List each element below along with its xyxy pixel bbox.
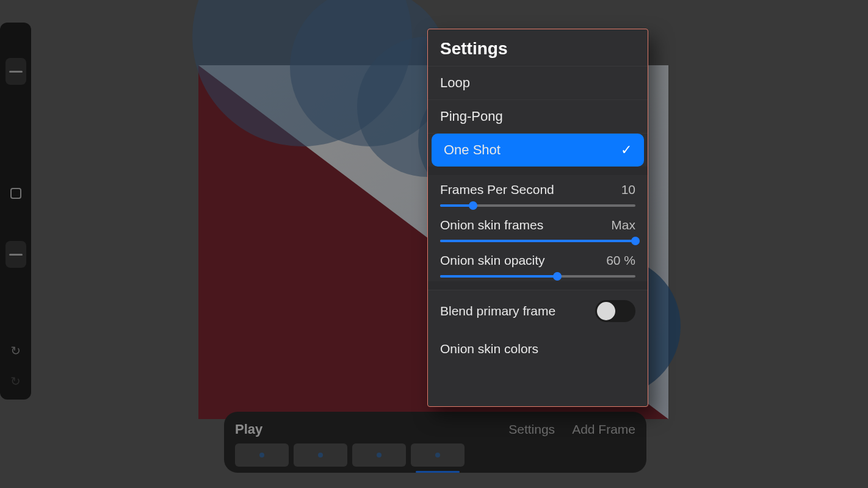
frame-thumb[interactable] (294, 443, 347, 467)
redo-button[interactable]: ↻ (5, 368, 26, 395)
undo-button[interactable]: ↺ (5, 337, 26, 364)
tool-button[interactable] (5, 88, 26, 115)
play-button[interactable]: Play (235, 422, 262, 437)
side-toolbar: ↺ ↻ (0, 23, 31, 400)
tool-button[interactable] (5, 27, 26, 54)
fps-value: 10 (621, 182, 635, 197)
onion-opacity-value: 60 % (606, 253, 635, 268)
blend-primary-frame-label: Blend primary frame (440, 304, 555, 318)
toggle-knob (597, 302, 615, 320)
onion-skin-colors-row[interactable]: Onion skin colors (428, 332, 648, 368)
tool-button-line[interactable] (5, 241, 26, 268)
option-label: Loop (440, 75, 470, 91)
timeline-panel: Play Settings Add Frame (224, 412, 646, 473)
onion-frames-label: Onion skin frames (440, 218, 543, 232)
blend-primary-frame-row: Blend primary frame (428, 290, 648, 332)
tool-button[interactable] (5, 149, 26, 176)
blend-primary-frame-toggle[interactable] (595, 300, 635, 322)
onion-opacity-label: Onion skin opacity (440, 253, 545, 268)
option-one-shot[interactable]: One Shot ✓ (432, 134, 644, 167)
settings-title: Settings (440, 39, 635, 59)
fps-label: Frames Per Second (440, 182, 554, 197)
settings-header: Settings (428, 29, 648, 66)
line-icon (9, 254, 23, 256)
frame-thumb-active[interactable] (411, 443, 465, 467)
onion-opacity-slider[interactable] (440, 275, 635, 278)
frames-row (235, 443, 635, 467)
animation-settings-panel: Settings Loop Ping-Pong One Shot ✓ Frame… (427, 29, 648, 407)
playback-mode-list: Loop Ping-Pong One Shot ✓ (428, 66, 648, 167)
tool-button-shape[interactable] (5, 180, 26, 207)
tool-button[interactable] (5, 210, 26, 237)
redo-icon: ↻ (10, 374, 21, 389)
frame-thumb[interactable] (235, 443, 289, 467)
tool-button[interactable] (5, 58, 26, 85)
undo-icon: ↺ (10, 343, 21, 358)
onion-skin-colors-label: Onion skin colors (440, 342, 538, 356)
frame-thumb[interactable] (352, 443, 406, 467)
brush-icon (9, 71, 23, 73)
onion-frames-slider[interactable] (440, 240, 635, 242)
onion-opacity-row: Onion skin opacity 60 % (428, 246, 648, 281)
tool-button[interactable] (5, 119, 26, 146)
square-icon (10, 188, 21, 199)
fps-row: Frames Per Second 10 (428, 175, 648, 210)
fps-slider[interactable] (440, 204, 635, 207)
checkmark-icon: ✓ (621, 142, 632, 158)
add-frame-button[interactable]: Add Frame (572, 422, 635, 437)
option-ping-pong[interactable]: Ping-Pong (428, 100, 648, 134)
timeline-settings-button[interactable]: Settings (508, 422, 555, 437)
onion-frames-value: Max (611, 218, 635, 232)
option-label: Ping-Pong (440, 109, 503, 124)
option-loop[interactable]: Loop (428, 66, 648, 100)
option-label: One Shot (444, 142, 501, 158)
onion-frames-row: Onion skin frames Max (428, 210, 648, 246)
